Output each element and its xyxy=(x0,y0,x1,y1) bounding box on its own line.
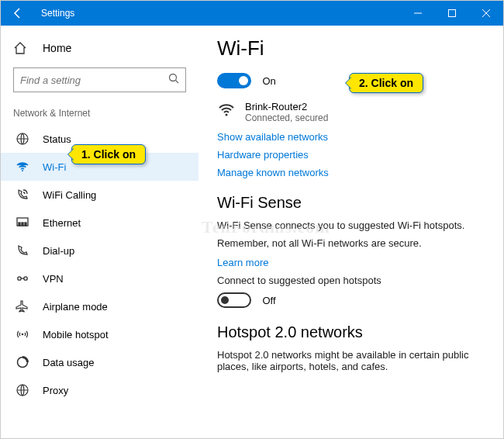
wifi-sense-desc2: Remember, not all Wi-Fi networks are sec… xyxy=(217,237,485,249)
sidebar-item-wifi-calling[interactable]: WiFi Calling xyxy=(1,181,198,209)
sidebar-item-airplane[interactable]: Airplane mode xyxy=(1,292,198,320)
sidebar-item-label: Airplane mode xyxy=(43,301,108,313)
hardware-properties-link[interactable]: Hardware properties xyxy=(217,149,485,161)
vpn-icon xyxy=(13,271,32,285)
sidebar-item-label: Ethernet xyxy=(43,217,81,229)
svg-rect-9 xyxy=(19,223,20,226)
sidebar-item-label: Data usage xyxy=(43,357,95,368)
hotspot20-heading: Hotspot 2.0 networks xyxy=(217,323,485,341)
sidebar-item-proxy[interactable]: Proxy xyxy=(1,376,198,404)
network-name: Brink-Router2 xyxy=(245,101,328,112)
wifi-calling-icon xyxy=(13,188,32,202)
proxy-icon xyxy=(13,383,32,397)
home-label: Home xyxy=(43,42,71,54)
sidebar-item-label: WiFi Calling xyxy=(43,189,96,201)
sidebar-item-label: Dial-up xyxy=(43,245,74,257)
ethernet-icon xyxy=(13,216,32,230)
minimize-button[interactable] xyxy=(401,1,435,26)
home-icon xyxy=(13,41,32,55)
back-button[interactable] xyxy=(1,7,35,19)
close-button[interactable] xyxy=(469,1,503,26)
airplane-icon xyxy=(13,299,32,313)
wifi-toggle[interactable] xyxy=(217,73,251,88)
suggested-toggle[interactable] xyxy=(217,292,251,308)
sidebar-item-label: Proxy xyxy=(43,385,68,396)
svg-point-13 xyxy=(24,277,27,280)
learn-more-link[interactable]: Learn more xyxy=(217,257,485,268)
page-heading: Wi-Fi xyxy=(217,36,485,60)
suggested-hotspot-label: Connect to suggested open hotspots xyxy=(217,275,485,286)
maximize-button[interactable] xyxy=(435,1,469,26)
sidebar-item-ethernet[interactable]: Ethernet xyxy=(1,209,198,237)
svg-line-5 xyxy=(176,81,179,84)
svg-rect-1 xyxy=(449,10,456,17)
hotspot20-desc: Hotspot 2.0 networks might be available … xyxy=(217,349,485,372)
search-box[interactable] xyxy=(13,67,186,92)
svg-point-7 xyxy=(22,170,23,171)
svg-point-15 xyxy=(22,334,24,336)
hotspot-icon xyxy=(13,327,32,341)
titlebar: Settings xyxy=(1,1,503,26)
sidebar-item-label: Wi-Fi xyxy=(43,161,66,173)
current-network[interactable]: Brink-Router2 Connected, secured xyxy=(217,101,485,123)
annotation-callout-1: 1. Click on xyxy=(71,144,146,164)
status-icon xyxy=(13,132,32,146)
search-input[interactable] xyxy=(20,74,168,86)
data-usage-icon xyxy=(13,355,32,369)
sidebar-item-label: VPN xyxy=(43,273,64,285)
window-title: Settings xyxy=(35,8,401,19)
wifi-icon xyxy=(13,160,32,174)
sidebar-item-data-usage[interactable]: Data usage xyxy=(1,348,198,376)
sidebar-item-vpn[interactable]: VPN xyxy=(1,264,198,292)
svg-rect-10 xyxy=(22,223,23,226)
show-networks-link[interactable]: Show available networks xyxy=(217,131,485,143)
manage-known-link[interactable]: Manage known networks xyxy=(217,167,485,178)
svg-point-4 xyxy=(170,74,177,81)
sidebar-item-dialup[interactable]: Dial-up xyxy=(1,237,198,264)
home-nav[interactable]: Home xyxy=(1,35,198,61)
svg-rect-11 xyxy=(25,223,26,226)
search-icon xyxy=(168,73,179,87)
wifi-toggle-label: On xyxy=(262,75,275,87)
dialup-icon xyxy=(13,244,32,258)
annotation-callout-2: 2. Click on xyxy=(349,73,423,93)
sidebar-item-label: Status xyxy=(43,133,71,145)
sidebar-item-label: Mobile hotspot xyxy=(43,329,109,340)
sidebar-item-hotspot[interactable]: Mobile hotspot xyxy=(1,320,198,348)
svg-point-18 xyxy=(226,114,228,116)
section-label: Network & Internet xyxy=(1,103,198,125)
suggested-toggle-label: Off xyxy=(262,295,275,306)
network-status: Connected, secured xyxy=(245,112,328,123)
wifi-signal-icon xyxy=(217,101,239,123)
wifi-sense-desc1: Wi-Fi Sense connects you to suggested Wi… xyxy=(217,220,485,231)
sidebar: Home Network & Internet Status Wi-Fi WiF… xyxy=(1,26,198,438)
wifi-sense-heading: Wi-Fi Sense xyxy=(217,194,485,212)
svg-point-12 xyxy=(18,277,21,280)
